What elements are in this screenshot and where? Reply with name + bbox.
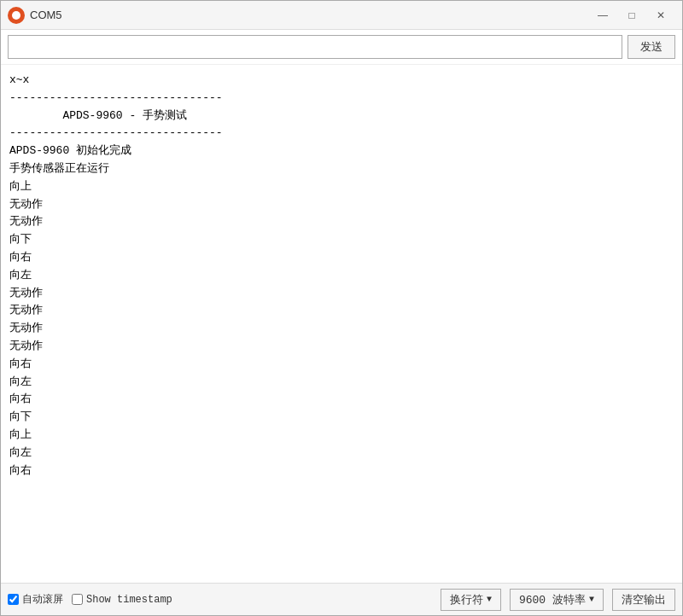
window-controls: — □ ✕: [588, 3, 675, 27]
message-input[interactable]: [8, 35, 622, 59]
auto-scroll-group: 自动滚屏: [8, 592, 63, 607]
list-item: 无动作: [9, 320, 674, 338]
list-item: 无动作: [9, 196, 674, 214]
list-item: 向右: [9, 249, 674, 267]
baud-rate-dropdown-icon: ▼: [589, 595, 594, 604]
list-item: --------------------------------: [9, 90, 674, 108]
list-item: APDS-9960 初始化完成: [9, 142, 674, 160]
list-item: 无动作: [9, 302, 674, 320]
serial-output: x~x-------------------------------- APDS…: [1, 65, 682, 583]
baud-rate-label: 9600 波特率: [519, 592, 586, 607]
title-bar: COM5 — □ ✕: [1, 1, 682, 30]
clear-output-button[interactable]: 清空输出: [612, 589, 675, 611]
list-item: 向上: [9, 178, 674, 196]
list-item: 向左: [9, 445, 674, 462]
list-item: 向上: [9, 427, 674, 445]
list-item: 向左: [9, 267, 674, 285]
list-item: 向右: [9, 462, 674, 480]
list-item: 向右: [9, 391, 674, 409]
newline-button[interactable]: 换行符 ▼: [441, 589, 501, 611]
list-item: 向右: [9, 356, 674, 374]
auto-scroll-checkbox[interactable]: [8, 594, 19, 605]
list-item: 无动作: [9, 213, 674, 231]
list-item: 向左: [9, 374, 674, 392]
timestamp-checkbox[interactable]: [72, 594, 83, 605]
list-item: x~x: [9, 72, 674, 90]
baud-rate-button[interactable]: 9600 波特率 ▼: [510, 589, 604, 611]
list-item: 手势传感器正在运行: [9, 160, 674, 178]
close-button[interactable]: ✕: [646, 3, 675, 27]
main-window: COM5 — □ ✕ 发送 x~x-----------------------…: [0, 0, 683, 616]
list-item: APDS-9960 - 手势测试: [9, 108, 674, 125]
send-button[interactable]: 发送: [628, 35, 675, 59]
auto-scroll-label[interactable]: 自动滚屏: [22, 592, 63, 607]
maximize-button[interactable]: □: [617, 3, 646, 27]
list-item: 无动作: [9, 285, 674, 303]
timestamp-group: Show timestamp: [72, 594, 172, 606]
minimize-button[interactable]: —: [588, 3, 617, 27]
list-item: 向下: [9, 231, 674, 249]
timestamp-label[interactable]: Show timestamp: [86, 594, 172, 606]
list-item: 向下: [9, 409, 674, 427]
app-icon-inner: [12, 11, 20, 20]
status-bar: 自动滚屏 Show timestamp 换行符 ▼ 9600 波特率 ▼ 清空输…: [1, 583, 682, 615]
window-title: COM5: [30, 9, 588, 21]
list-item: 无动作: [9, 338, 674, 356]
newline-dropdown-icon: ▼: [487, 595, 492, 604]
list-item: --------------------------------: [9, 125, 674, 142]
newline-label: 换行符: [450, 592, 483, 607]
app-icon: [8, 7, 25, 24]
toolbar: 发送: [1, 30, 682, 65]
